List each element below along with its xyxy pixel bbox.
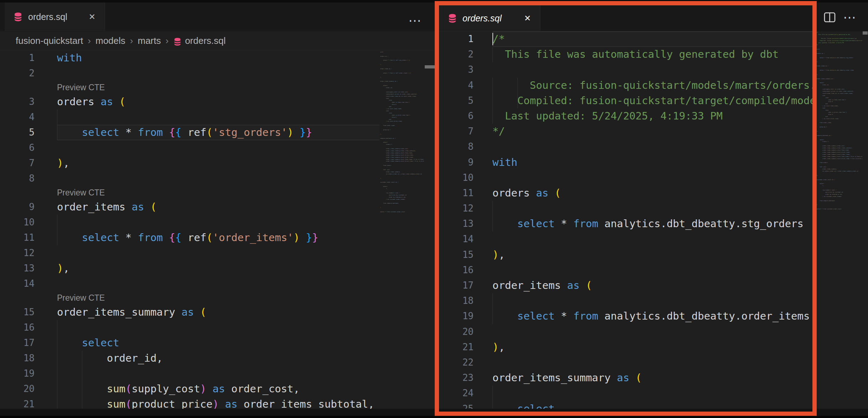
- breadcrumb-item-models[interactable]: models: [95, 35, 125, 46]
- code-line[interactable]: 13),: [0, 261, 379, 276]
- code-line-content: ),: [492, 340, 812, 355]
- codelens-preview-cte-link[interactable]: Preview CTE: [57, 293, 105, 302]
- codelens-preview-cte-link[interactable]: Preview CTE: [57, 83, 105, 92]
- code-line[interactable]: 15),: [439, 247, 812, 262]
- line-number: 19: [439, 309, 474, 324]
- code-line-content: order_items as (: [57, 199, 379, 215]
- code-line[interactable]: 22: [439, 355, 812, 370]
- code-line[interactable]: 3orders as (: [0, 94, 379, 109]
- line-number: 6: [439, 108, 474, 124]
- code-line[interactable]: 21),: [439, 340, 812, 355]
- code-line[interactable]: 15order_items_summary as (: [0, 305, 379, 320]
- code-line[interactable]: 13 select * from analytics.dbt_dbeatty.s…: [439, 216, 812, 231]
- code-line-content: ),: [57, 156, 379, 171]
- minimap-line: select * from customer_order_count: [817, 208, 862, 210]
- line-number: 14: [439, 231, 474, 247]
- code-line-content: select: [492, 401, 812, 409]
- line-number: 13: [0, 261, 35, 276]
- code-line[interactable]: 8: [0, 171, 379, 186]
- code-line[interactable]: 6: [0, 140, 379, 156]
- code-line[interactable]: 4: [0, 109, 379, 125]
- code-line[interactable]: 25 select: [439, 401, 812, 409]
- code-line[interactable]: 19 select * from analytics.dbt_dbeatty.o…: [439, 309, 812, 324]
- database-icon: [13, 12, 23, 22]
- code-line[interactable]: 10: [439, 170, 812, 185]
- code-line[interactable]: 24: [439, 386, 812, 401]
- editor-bottom-strip: [0, 409, 868, 416]
- code-line[interactable]: 3: [439, 62, 812, 77]
- code-line[interactable]: 8: [439, 139, 812, 154]
- line-number: 6: [0, 140, 35, 156]
- code-line[interactable]: 17 select: [0, 335, 379, 351]
- code-line[interactable]: 5 select * from {{ ref('stg_orders') }}: [0, 125, 379, 140]
- code-line[interactable]: 14: [439, 231, 812, 247]
- code-line[interactable]: 4 Source: fusion-quickstart/models/marts…: [439, 78, 812, 93]
- split-editor-button[interactable]: [822, 9, 837, 25]
- code-line-content: [57, 171, 379, 186]
- window-top-strip: [0, 0, 868, 2]
- line-number: 7: [0, 156, 35, 171]
- code-line[interactable]: 23order_items_summary as (: [439, 370, 812, 386]
- code-line[interactable]: 11 select * from {{ ref('order_items') }…: [0, 230, 379, 245]
- tab-label: orders.sql: [28, 12, 67, 22]
- code-line[interactable]: 14: [0, 276, 379, 291]
- close-icon[interactable]: ✕: [89, 13, 95, 21]
- line-number: 8: [0, 171, 35, 186]
- code-line[interactable]: 7*/: [439, 124, 812, 139]
- code-line[interactable]: 1/*: [439, 31, 812, 47]
- close-icon[interactable]: ✕: [524, 14, 531, 22]
- code-line[interactable]: 21 sum(product_price) as order_items_sub…: [0, 397, 379, 409]
- code-line[interactable]: 12: [439, 201, 812, 216]
- code-line[interactable]: 6 Last updated: 5/24/2025, 4:19:33 PM: [439, 108, 812, 124]
- codelens-preview-cte-link[interactable]: Preview CTE: [57, 188, 105, 197]
- breadcrumb-separator: ›: [165, 35, 169, 46]
- code-line[interactable]: 20 sum(supply_cost) as order_cost,: [0, 381, 379, 397]
- line-number: 16: [439, 262, 474, 278]
- line-number: 20: [0, 381, 35, 397]
- code-line[interactable]: 1with: [0, 50, 379, 66]
- code-line[interactable]: 16: [0, 320, 379, 335]
- code-line-content: sum(supply_cost) as order_cost,: [57, 381, 379, 397]
- indent-guide: [492, 386, 493, 401]
- code-line[interactable]: 9order_items as (: [0, 199, 379, 215]
- code-line[interactable]: 16: [439, 262, 812, 278]
- code-line[interactable]: 2 This file was automatically generated …: [439, 47, 812, 62]
- code-line-content: [492, 139, 812, 154]
- code-area-left[interactable]: 1with2Preview CTE3orders as (45 select *…: [0, 50, 379, 409]
- line-number: 21: [0, 397, 35, 409]
- code-line[interactable]: 17order_items as (: [439, 278, 812, 293]
- code-line-content: select * from analytics.dbt_dbeatty.stg_…: [492, 216, 812, 231]
- minimap-left[interactable]: withorders as ( select * from {{ ref('st…: [380, 51, 424, 409]
- code-line[interactable]: 7),: [0, 156, 379, 171]
- code-line[interactable]: 18: [439, 293, 812, 309]
- line-number: 17: [439, 278, 474, 293]
- tab-orders-sql-left[interactable]: orders.sql ✕: [5, 2, 105, 31]
- code-line[interactable]: 11orders as (: [439, 185, 812, 201]
- code-line[interactable]: 18 order_id,: [0, 351, 379, 366]
- code-line[interactable]: 20: [439, 324, 812, 340]
- line-number: 15: [439, 247, 474, 262]
- breadcrumb-item-fusion-quickstart[interactable]: fusion-quickstart: [16, 35, 83, 46]
- breadcrumb: fusion-quickstart›models›marts›orders.sq…: [0, 32, 435, 50]
- breadcrumb-item-marts[interactable]: marts: [138, 35, 161, 46]
- code-line[interactable]: 2: [0, 66, 379, 81]
- code-line-content: [492, 324, 812, 340]
- editor-actions-more-button[interactable]: ⋯: [408, 14, 422, 27]
- minimap-right[interactable]: /* This file was automatically generated…: [817, 31, 862, 409]
- code-line-content: [492, 355, 812, 370]
- line-number: 5: [439, 93, 474, 108]
- breadcrumb-item-orders.sql[interactable]: orders.sql: [185, 35, 226, 46]
- more-actions-button[interactable]: ⋯: [843, 11, 857, 24]
- code-line[interactable]: 9with: [439, 155, 812, 170]
- code-line[interactable]: 19: [0, 366, 379, 381]
- code-line[interactable]: 10: [0, 215, 379, 230]
- code-line-content: Source: fusion-quickstart/models/marts/o…: [492, 78, 812, 93]
- code-line[interactable]: 12: [0, 245, 379, 261]
- tab-orders-sql-right[interactable]: orders.sql ✕: [439, 5, 541, 31]
- code-line[interactable]: 5 Compiled: fusion-quickstart/target/com…: [439, 93, 812, 108]
- line-number: 13: [439, 216, 474, 231]
- code-area-right[interactable]: 1/*2 This file was automatically generat…: [439, 31, 812, 409]
- line-number: 14: [0, 276, 35, 291]
- code-line-content: select * from {{ ref('stg_orders') }}: [57, 125, 379, 140]
- code-line-content: Last updated: 5/24/2025, 4:19:33 PM: [492, 108, 812, 124]
